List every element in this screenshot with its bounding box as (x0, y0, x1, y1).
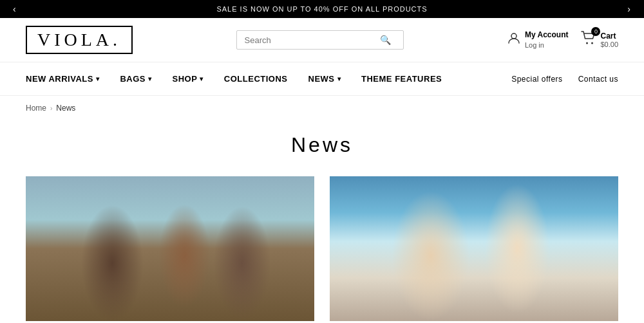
account-sub-label[interactable]: Log in (525, 41, 569, 50)
logo[interactable]: viola. (26, 26, 133, 54)
top-banner: ‹ SALE IS NOW ON UP TO 40% OFF ON ALL PR… (0, 0, 644, 18)
svg-point-0 (511, 33, 516, 39)
account-text: My Account Log in (525, 30, 569, 50)
chevron-down-icon: ▾ (96, 75, 100, 82)
header-right: My Account Log in 0 Cart $0.00 (507, 30, 618, 50)
nav-collections[interactable]: COLLECTIONS (224, 62, 288, 95)
chevron-down-icon: ▾ (337, 75, 341, 82)
account-icon (507, 31, 521, 48)
main-nav: NEW ARRIVALS ▾ BAGS ▾ SHOP ▾ COLLECTIONS… (0, 62, 644, 96)
account-main-label: My Account (525, 30, 569, 41)
cart-badge: 0 (591, 27, 600, 36)
nav-shop[interactable]: SHOP ▾ (173, 62, 204, 95)
article-card[interactable]: ACCESSORIES | FASHION Streetwear With Th… (26, 176, 314, 323)
cart-main-label: Cart (600, 32, 618, 41)
nav-contact-us[interactable]: Contact us (578, 63, 618, 95)
nav-special-offers[interactable]: Special offers (511, 63, 563, 95)
article-card[interactable]: ACCESSORIES | BAGS | FASHION Vacay Dress… (330, 176, 618, 323)
banner-prev-arrow[interactable]: ‹ (13, 4, 17, 14)
cart-text: Cart $0.00 (600, 32, 618, 48)
chevron-down-icon: ▾ (148, 75, 152, 82)
cart-area[interactable]: 0 Cart $0.00 (581, 31, 618, 48)
article-image (26, 176, 314, 321)
breadcrumb-separator: › (50, 105, 52, 112)
header: viola. 🔍 My Account Log in (0, 18, 644, 62)
account-area[interactable]: My Account Log in (507, 30, 569, 50)
chevron-down-icon: ▾ (200, 75, 204, 82)
cart-icon-wrap: 0 (581, 31, 596, 48)
svg-point-2 (591, 42, 593, 44)
cart-sub-label: $0.00 (600, 41, 618, 48)
search-bar: 🔍 (236, 30, 404, 50)
nav-theme-features[interactable]: THEME FEATURES (361, 62, 442, 95)
nav-news[interactable]: NEWS ▾ (308, 62, 341, 95)
search-button[interactable]: 🔍 (380, 35, 391, 45)
banner-next-arrow[interactable]: › (627, 4, 631, 14)
banner-text: SALE IS NOW ON UP TO 40% OFF ON ALL PROD… (216, 5, 427, 13)
nav-new-arrivals[interactable]: NEW ARRIVALS ▾ (26, 62, 99, 95)
breadcrumb: Home › News (0, 96, 644, 120)
breadcrumb-home[interactable]: Home (26, 104, 46, 113)
nav-right: Special offers Contact us (511, 63, 618, 95)
articles-grid: ACCESSORIES | FASHION Streetwear With Th… (0, 176, 644, 323)
search-input[interactable] (245, 35, 380, 45)
breadcrumb-current: News (56, 104, 75, 113)
article-image (330, 176, 618, 321)
page-title: News (0, 120, 644, 176)
svg-point-1 (586, 42, 588, 44)
nav-bags[interactable]: BAGS ▾ (120, 62, 151, 95)
